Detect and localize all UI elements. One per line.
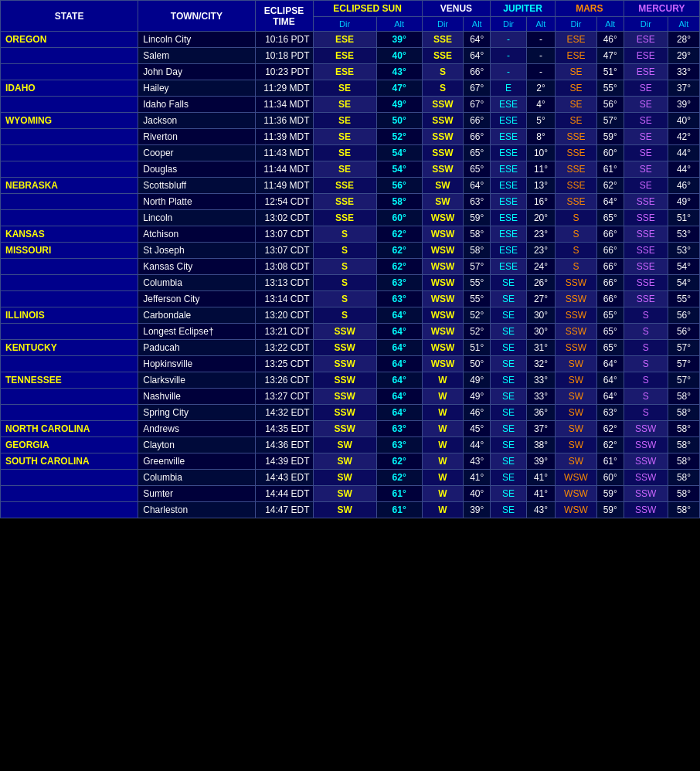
time-cell: 13:27 CDT <box>255 389 313 405</box>
venus-alt-cell: 50° <box>464 356 491 372</box>
eclipsed-alt-cell: 62° <box>376 226 422 243</box>
eclipsed-dir-cell: SSW <box>313 324 376 340</box>
sub-venus-alt: Alt <box>464 17 491 32</box>
eclipsed-alt-cell: 58° <box>376 194 422 210</box>
time-cell: 13:14 CDT <box>255 291 313 307</box>
eclipsed-dir-cell: SW <box>313 453 376 470</box>
jupiter-alt-cell: 10° <box>526 145 555 161</box>
mars-dir-cell: S <box>556 259 597 275</box>
state-cell: GEORGIA <box>1 437 138 453</box>
state-cell <box>1 324 138 340</box>
venus-dir-cell: W <box>422 470 464 486</box>
mercury-dir-cell: SE <box>624 129 668 145</box>
time-cell: 14:39 EDT <box>255 453 313 470</box>
table-row: Idaho Falls11:34 MDTSE49°SSW67°ESE4°SE56… <box>1 97 700 113</box>
sub-mercury-alt: Alt <box>668 17 699 32</box>
jupiter-alt-cell: 8° <box>526 129 555 145</box>
venus-dir-cell: SSW <box>422 97 464 113</box>
jupiter-dir-cell: SE <box>491 453 527 470</box>
mars-dir-cell: SW <box>556 372 597 389</box>
jupiter-dir-cell: SE <box>491 372 527 389</box>
jupiter-alt-cell: 41° <box>526 470 555 486</box>
time-cell: 14:43 EDT <box>255 470 313 486</box>
jupiter-dir-cell: SE <box>491 324 527 340</box>
mercury-dir-cell: SSE <box>624 210 668 226</box>
mercury-alt-cell: 40° <box>668 113 699 129</box>
town-cell: Clayton <box>138 437 255 453</box>
table-row: GEORGIAClayton14:36 EDTSW63°W44°SE38°SW6… <box>1 437 700 453</box>
eclipsed-alt-cell: 47° <box>376 80 422 97</box>
town-cell: Sumter <box>138 486 255 502</box>
mercury-alt-cell: 58° <box>668 421 699 437</box>
jupiter-alt-cell: - <box>526 32 555 48</box>
mars-alt-cell: 61° <box>596 161 624 178</box>
state-cell <box>1 275 138 291</box>
town-cell: Hailey <box>138 80 255 97</box>
eclipsed-alt-cell: 61° <box>376 502 422 518</box>
eclipsed-dir-cell: SSW <box>313 356 376 372</box>
eclipsed-dir-cell: S <box>313 226 376 243</box>
town-cell: Clarksville <box>138 372 255 389</box>
state-cell: KANSAS <box>1 226 138 243</box>
table-body: OREGONLincoln City10:16 PDTESE39°SSE64°-… <box>1 32 700 518</box>
state-cell: TENNESSEE <box>1 372 138 389</box>
mercury-alt-cell: 58° <box>668 437 699 453</box>
mars-dir-cell: SSW <box>556 275 597 291</box>
eclipsed-alt-cell: 63° <box>376 437 422 453</box>
mars-dir-cell: WSW <box>556 486 597 502</box>
mars-alt-cell: 64° <box>596 372 624 389</box>
mars-alt-cell: 60° <box>596 145 624 161</box>
venus-dir-cell: SW <box>422 194 464 210</box>
town-cell: Cooper <box>138 145 255 161</box>
mercury-alt-cell: 57° <box>668 356 699 372</box>
time-cell: 14:44 EDT <box>255 486 313 502</box>
eclipsed-alt-cell: 62° <box>376 453 422 470</box>
town-cell: Nashville <box>138 389 255 405</box>
table-row: Sumter14:44 EDTSW61°W40°SE41°WSW59°SSW58… <box>1 486 700 502</box>
jupiter-dir-cell: SE <box>491 291 527 307</box>
eclipsed-alt-cell: 62° <box>376 470 422 486</box>
mars-dir-cell: ESE <box>556 32 597 48</box>
table-row: Hopkinsville13:25 CDTSSW64°WSW50°SE32°SW… <box>1 356 700 372</box>
col-eclipsed-sun: ECLIPSED SUN <box>313 1 422 17</box>
mercury-alt-cell: 53° <box>668 226 699 243</box>
town-cell: Charleston <box>138 502 255 518</box>
venus-dir-cell: WSW <box>422 210 464 226</box>
state-cell <box>1 291 138 307</box>
jupiter-dir-cell: ESE <box>491 178 527 194</box>
mercury-dir-cell: SSE <box>624 194 668 210</box>
mars-dir-cell: WSW <box>556 502 597 518</box>
mars-dir-cell: S <box>556 210 597 226</box>
mars-alt-cell: 60° <box>596 470 624 486</box>
venus-dir-cell: WSW <box>422 340 464 356</box>
mars-dir-cell: SSE <box>556 178 597 194</box>
jupiter-dir-cell: SE <box>491 437 527 453</box>
eclipsed-alt-cell: 64° <box>376 307 422 324</box>
venus-alt-cell: 46° <box>464 405 491 421</box>
venus-alt-cell: 64° <box>464 48 491 64</box>
mars-alt-cell: 65° <box>596 210 624 226</box>
state-cell <box>1 470 138 486</box>
mercury-dir-cell: SE <box>624 80 668 97</box>
mercury-alt-cell: 49° <box>668 194 699 210</box>
town-cell: Lincoln City <box>138 32 255 48</box>
jupiter-dir-cell: SE <box>491 405 527 421</box>
mercury-dir-cell: SSE <box>624 291 668 307</box>
table-row: NORTH CAROLINAAndrews14:35 EDTSSW63°W45°… <box>1 421 700 437</box>
town-cell: Scottsbluff <box>138 178 255 194</box>
state-cell <box>1 194 138 210</box>
mercury-dir-cell: S <box>624 340 668 356</box>
table-row: Douglas11:44 MDTSE54°SSW65°ESE11°SSE61°S… <box>1 161 700 178</box>
mars-dir-cell: SSW <box>556 291 597 307</box>
mars-dir-cell: ESE <box>556 48 597 64</box>
venus-alt-cell: 44° <box>464 437 491 453</box>
state-cell <box>1 161 138 178</box>
table-row: KANSASAtchison13:07 CDTS62°WSW58°ESE23°S… <box>1 226 700 243</box>
venus-dir-cell: SSW <box>422 161 464 178</box>
time-cell: 14:32 EDT <box>255 405 313 421</box>
time-cell: 13:13 CDT <box>255 275 313 291</box>
mars-alt-cell: 46° <box>596 32 624 48</box>
mars-alt-cell: 59° <box>596 129 624 145</box>
sub-eclipsed-dir: Dir <box>313 17 376 32</box>
eclipsed-alt-cell: 43° <box>376 64 422 80</box>
